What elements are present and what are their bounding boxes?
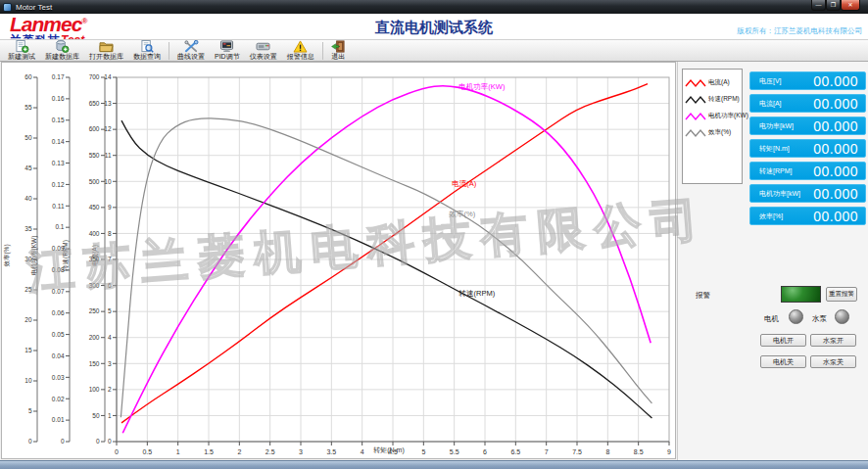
svg-text:7: 7 bbox=[108, 256, 112, 262]
toolbar-button-new-database[interactable]: 新建数据库 bbox=[40, 40, 84, 62]
readout-torque: 转矩[N.m]00.000 bbox=[749, 139, 866, 158]
svg-text:5: 5 bbox=[108, 307, 112, 314]
svg-text:8: 8 bbox=[108, 230, 112, 237]
motor-label: 电机 bbox=[764, 314, 779, 324]
svg-text:0.16: 0.16 bbox=[52, 95, 65, 102]
new-test-icon bbox=[15, 40, 29, 53]
svg-text:650: 650 bbox=[89, 100, 100, 107]
svg-text:11: 11 bbox=[105, 152, 112, 159]
readout-value: 00.000 bbox=[813, 118, 858, 134]
svg-text:0: 0 bbox=[96, 438, 100, 445]
readout-label: 效率[%] bbox=[759, 211, 783, 221]
svg-text:400: 400 bbox=[89, 230, 100, 237]
svg-text:0.05: 0.05 bbox=[52, 331, 65, 338]
toolbar-label: 仪表设置 bbox=[250, 53, 277, 61]
svg-text:250: 250 bbox=[89, 307, 100, 314]
readout-label: 电流[A] bbox=[759, 99, 782, 109]
svg-text:300: 300 bbox=[89, 282, 100, 289]
toolbar-button-new-test[interactable]: 新建测试 bbox=[3, 40, 40, 62]
svg-text:50: 50 bbox=[24, 134, 32, 141]
svg-text:700: 700 bbox=[89, 73, 100, 80]
svg-text:0.07: 0.07 bbox=[52, 288, 65, 295]
svg-text:9: 9 bbox=[108, 204, 112, 211]
svg-text:50: 50 bbox=[92, 412, 100, 419]
svg-text:0.1: 0.1 bbox=[55, 223, 64, 230]
alarm-label: 报警 bbox=[696, 291, 710, 301]
toolbar-button-exit[interactable]: 退出 bbox=[326, 40, 351, 62]
svg-text:500: 500 bbox=[89, 178, 100, 185]
new-database-icon bbox=[55, 40, 70, 53]
svg-text:0.17: 0.17 bbox=[52, 73, 65, 80]
close-button[interactable]: ✕ bbox=[841, 0, 860, 11]
x-axis-title: 转矩(N.m) bbox=[373, 446, 405, 455]
toolbar-label: PID调节 bbox=[215, 53, 240, 61]
chart-legend: 电流(A) 转速(RPM) 电机功率(KW) 效率(%) bbox=[682, 69, 743, 184]
pid-tuning-icon bbox=[219, 40, 234, 53]
toolbar-button-open-database[interactable]: 打开数据库 bbox=[84, 40, 128, 62]
svg-text:4: 4 bbox=[361, 448, 364, 455]
legend-item-motor-power[interactable]: 电机功率(KW) bbox=[683, 108, 742, 124]
app-icon bbox=[3, 3, 12, 12]
readout-label: 转速[RPM] bbox=[759, 166, 792, 176]
svg-text:45: 45 bbox=[24, 164, 32, 171]
svg-text:0.03: 0.03 bbox=[52, 374, 65, 381]
app-window: Motor Test — ❐ ✕ Lanmec® 兰菱科技Test 直流电机测试… bbox=[0, 0, 868, 469]
legend-item-speed[interactable]: 转速(RPM) bbox=[683, 91, 742, 108]
readout-label: 电机功率[kW] bbox=[759, 189, 800, 199]
svg-text:14: 14 bbox=[104, 73, 112, 80]
svg-text:0.12: 0.12 bbox=[52, 181, 65, 188]
svg-text:2.5: 2.5 bbox=[265, 448, 275, 455]
svg-text:35: 35 bbox=[24, 225, 32, 232]
svg-text:6: 6 bbox=[108, 282, 112, 289]
legend-line-sample bbox=[686, 97, 705, 103]
svg-text:0.15: 0.15 bbox=[52, 117, 65, 123]
copyright-text: 版权所有：江苏兰菱机电科技有限公司 bbox=[738, 26, 863, 36]
svg-text:8: 8 bbox=[605, 448, 609, 455]
readout-label: 电压[V] bbox=[759, 76, 782, 86]
toolbar-label: 新建测试 bbox=[8, 53, 35, 61]
readout-value: 00.000 bbox=[813, 186, 858, 202]
svg-text:1.5: 1.5 bbox=[204, 448, 214, 455]
svg-text:200: 200 bbox=[89, 334, 100, 341]
maximize-button[interactable]: ❐ bbox=[826, 0, 841, 11]
pump-on-button[interactable]: 水泵开 bbox=[810, 334, 856, 347]
motor-off-button[interactable]: 电机关 bbox=[760, 355, 806, 368]
svg-text:3: 3 bbox=[299, 448, 303, 455]
legend-label: 电流(A) bbox=[708, 78, 730, 87]
reset-alarm-button[interactable]: 重置报警 bbox=[826, 287, 857, 302]
toolbar-button-meter-settings[interactable]: 仪表设置 bbox=[245, 40, 282, 62]
svg-text:600: 600 bbox=[89, 125, 100, 132]
svg-text:150: 150 bbox=[89, 360, 100, 367]
svg-text:8.5: 8.5 bbox=[634, 448, 644, 455]
y-axis-title-speed: 转速(RPM) bbox=[62, 240, 71, 271]
motor-on-button[interactable]: 电机开 bbox=[760, 334, 806, 347]
toolbar-button-alarm-info[interactable]: 报警信息 bbox=[282, 40, 319, 62]
legend-label: 转速(RPM) bbox=[708, 95, 740, 104]
svg-text:2: 2 bbox=[108, 386, 112, 393]
svg-text:1: 1 bbox=[176, 448, 180, 455]
readout-value: 00.000 bbox=[813, 141, 858, 157]
svg-text:15: 15 bbox=[24, 347, 32, 353]
svg-text:0.5: 0.5 bbox=[142, 448, 152, 455]
legend-item-current[interactable]: 电流(A) bbox=[683, 74, 742, 91]
svg-text:100: 100 bbox=[89, 386, 100, 393]
svg-text:0.02: 0.02 bbox=[52, 396, 65, 402]
meter-settings-icon bbox=[256, 40, 270, 53]
readout-value: 00.000 bbox=[813, 96, 858, 112]
toolbar-label: 打开数据库 bbox=[89, 53, 123, 61]
svg-text:0.01: 0.01 bbox=[52, 416, 65, 423]
svg-text:0: 0 bbox=[108, 438, 112, 445]
toolbar-button-curve-settings[interactable]: 曲线设置 bbox=[172, 40, 210, 62]
pump-off-button[interactable]: 水泵关 bbox=[810, 355, 856, 368]
y-axis-title-motor-power: 电机功率(KW) bbox=[30, 236, 39, 276]
svg-text:5: 5 bbox=[28, 407, 32, 414]
legend-line-sample bbox=[686, 130, 705, 136]
svg-text:20: 20 bbox=[24, 316, 32, 323]
toolbar-button-pid-tuning[interactable]: PID调节 bbox=[210, 40, 245, 62]
readout-voltage: 电压[V]00.000 bbox=[749, 71, 866, 90]
minimize-button[interactable]: — bbox=[811, 0, 826, 11]
open-database-icon bbox=[99, 40, 114, 53]
legend-item-efficiency[interactable]: 效率(%) bbox=[683, 124, 742, 141]
toolbar-button-data-query[interactable]: 数据查询 bbox=[128, 40, 166, 62]
readout-speed: 转速[RPM]00.000 bbox=[749, 162, 866, 180]
